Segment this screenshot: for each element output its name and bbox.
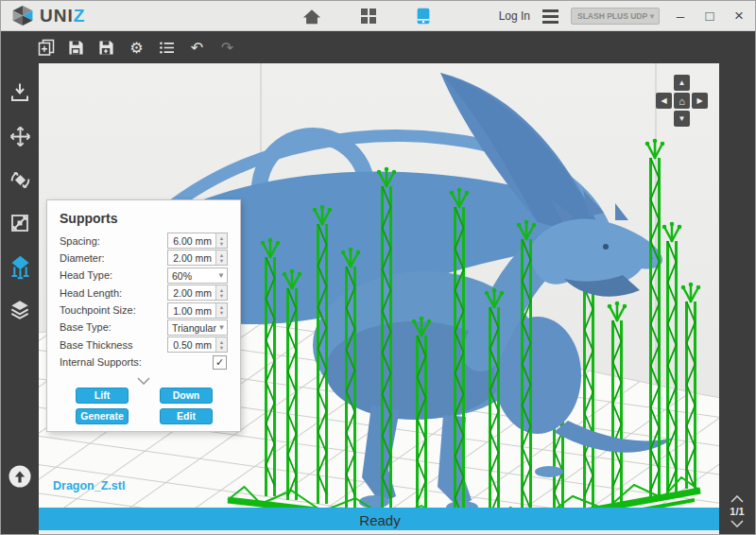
- head-length-input[interactable]: 2.00 mm ▲▼: [167, 285, 228, 301]
- field-row-head-length: Head Length: 2.00 mm ▲▼: [60, 285, 228, 301]
- internal-supports-checkbox[interactable]: ✓: [213, 355, 227, 370]
- uniz-logo: UNIZ: [10, 5, 85, 26]
- pager-up-icon[interactable]: [730, 495, 744, 503]
- diameter-input[interactable]: 2.00 mm ▲▼: [167, 250, 228, 266]
- base-type-select[interactable]: Triangular ▼: [167, 319, 228, 336]
- undo-icon[interactable]: ↶: [188, 39, 206, 57]
- right-strip: 1/1: [719, 31, 755, 535]
- touchpoint-size-input[interactable]: 1.00 mm ▲▼: [167, 302, 228, 319]
- plate-pager: 1/1: [719, 495, 755, 530]
- layers-icon: [8, 298, 32, 322]
- field-row-base-type: Base Type: Triangular ▼: [60, 319, 228, 336]
- home-icon[interactable]: [301, 6, 322, 26]
- panel-title: Supports: [60, 211, 228, 226]
- sidebar-item-rotate[interactable]: [1, 158, 39, 201]
- logo-wordmark: UNIZ: [40, 6, 85, 26]
- menu-icon[interactable]: [542, 9, 558, 24]
- view-down-button[interactable]: ▼: [674, 111, 690, 127]
- field-row-touchpoint-size: Touchpoint Size: 1.00 mm ▲▼: [60, 302, 228, 319]
- chevron-down-icon: ▼: [215, 268, 227, 283]
- close-button[interactable]: ×: [730, 8, 747, 25]
- panel-buttons: Lift Down Generate Edit: [76, 388, 213, 424]
- edit-button[interactable]: Edit: [160, 408, 213, 424]
- rotate-icon: [9, 168, 32, 192]
- build-list-icon[interactable]: [158, 39, 176, 57]
- view-home-button[interactable]: ⌂: [674, 93, 690, 109]
- view-left-button[interactable]: ◀: [656, 93, 672, 109]
- redo-icon[interactable]: ↷: [218, 39, 236, 57]
- save-as-icon[interactable]: [97, 39, 115, 57]
- down-button[interactable]: Down: [160, 388, 213, 404]
- spinner-arrows[interactable]: ▲▼: [215, 250, 227, 265]
- move-icon: [9, 125, 32, 148]
- spinner-arrows[interactable]: ▲▼: [215, 303, 227, 318]
- sidebar-item-import[interactable]: [1, 71, 39, 114]
- upload-button[interactable]: [8, 464, 32, 492]
- spinner-arrows[interactable]: ▲▼: [215, 337, 227, 352]
- save-icon[interactable]: [67, 39, 85, 57]
- sidebar-item-layers[interactable]: [1, 288, 39, 332]
- upload-icon: [8, 464, 32, 489]
- app-window: UNIZ Log In SLASH PLUS UDP ▼: [0, 0, 756, 535]
- left-toolbar: [1, 63, 39, 535]
- scale-icon: [9, 212, 31, 234]
- toolbar: ⚙ ↶ ↷: [1, 31, 755, 63]
- printer-select-dropdown[interactable]: SLASH PLUS UDP ▼: [571, 8, 660, 25]
- titlebar: UNIZ Log In SLASH PLUS UDP ▼: [1, 1, 755, 31]
- chevron-down-icon: ▼: [648, 12, 656, 21]
- chevron-down-icon: [137, 377, 150, 385]
- add-file-icon[interactable]: [37, 39, 55, 57]
- field-row-internal-supports: Internal Supports: ✓: [60, 354, 228, 371]
- chevron-down-icon: ▼: [216, 320, 227, 335]
- supports-panel: Supports Spacing: 6.00 mm ▲▼ Diameter: 2…: [46, 199, 241, 432]
- lift-button[interactable]: Lift: [76, 388, 129, 404]
- spinner-arrows[interactable]: ▲▼: [215, 285, 227, 300]
- sidebar-item-move[interactable]: [1, 114, 39, 158]
- head-type-select[interactable]: 60% ▼: [167, 268, 228, 284]
- panel-collapse-chevron[interactable]: [60, 371, 228, 384]
- printer-select-value: SLASH PLUS UDP: [577, 11, 647, 21]
- field-row-head-type: Head Type: 60% ▼: [60, 268, 228, 284]
- login-button[interactable]: Log In: [499, 9, 530, 23]
- view-up-button[interactable]: ▲: [674, 75, 690, 91]
- field-row-base-thickness: Base Thickness 0.50 mm ▲▼: [60, 337, 228, 353]
- generate-button[interactable]: Generate: [76, 408, 129, 424]
- view-nav-cluster: ▲ ◀ ⌂ ▶ ▼: [656, 75, 708, 127]
- view-right-button[interactable]: ▶: [692, 93, 708, 109]
- sidebar-item-scale[interactable]: [1, 201, 39, 245]
- printer-tab-icon[interactable]: [413, 6, 434, 26]
- sidebar-item-supports[interactable]: [1, 245, 39, 288]
- supports-icon: [8, 254, 33, 280]
- settings-gear-icon[interactable]: ⚙: [128, 39, 146, 57]
- bottom-strip: [39, 530, 721, 534]
- model-filename: Dragon_Z.stl: [53, 479, 125, 492]
- minimize-button[interactable]: –: [672, 8, 689, 25]
- uniz-logo-icon: [10, 5, 35, 26]
- spinner-arrows[interactable]: ▲▼: [215, 233, 227, 248]
- spacing-input[interactable]: 6.00 mm ▲▼: [167, 233, 228, 249]
- field-row-spacing: Spacing: 6.00 mm ▲▼: [60, 233, 228, 249]
- status-bar: Ready: [39, 508, 721, 532]
- maximize-button[interactable]: □: [701, 8, 718, 25]
- pager-down-icon[interactable]: [730, 520, 744, 527]
- status-text: Ready: [359, 512, 400, 528]
- base-thickness-input[interactable]: 0.50 mm ▲▼: [167, 337, 228, 353]
- field-row-diameter: Diameter: 2.00 mm ▲▼: [60, 250, 228, 266]
- apps-grid-icon[interactable]: [358, 6, 379, 26]
- import-icon: [9, 81, 31, 104]
- pager-label: 1/1: [719, 506, 755, 517]
